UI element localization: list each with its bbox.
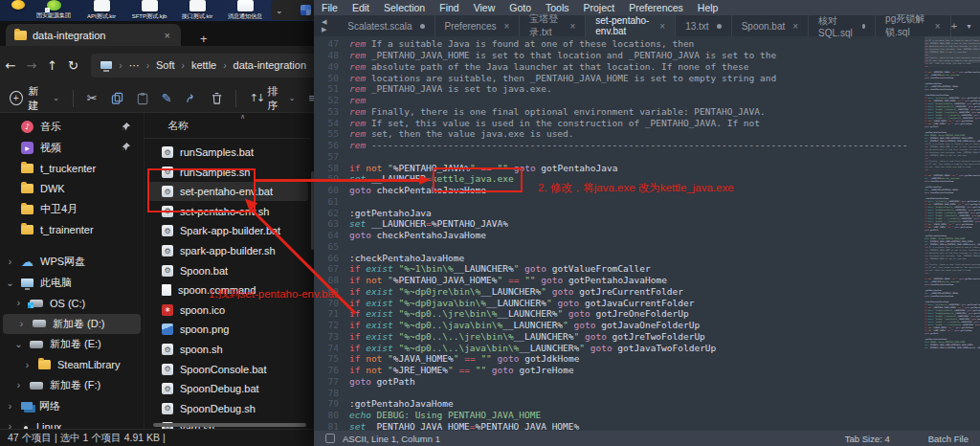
file-row-spoon.sh[interactable]: ⚙spoon.sh bbox=[148, 340, 308, 359]
file-row-spoonconsole.bat[interactable]: ⚙SpoonConsole.bat bbox=[148, 360, 308, 379]
sidebar-item--d-[interactable]: ›新加卷 (D:) bbox=[3, 314, 141, 335]
close-tab-icon[interactable]: × bbox=[503, 21, 509, 32]
menu-find[interactable]: Find bbox=[439, 2, 458, 13]
editor-tab--txt[interactable]: 宝塔登录.txt× bbox=[520, 15, 586, 36]
chevron-right-icon[interactable]: › bbox=[6, 401, 14, 412]
new-item-button[interactable]: + 新建 ⌄ bbox=[10, 84, 59, 113]
file-row-set-pentaho-env.bat[interactable]: ⚙set-pentaho-env.bat bbox=[148, 182, 308, 201]
file-row-spoondebug.sh[interactable]: ⚙SpoonDebug.sh bbox=[148, 399, 308, 418]
delete-button[interactable] bbox=[212, 92, 222, 105]
paste-button[interactable] bbox=[137, 92, 148, 105]
sidebar-item--e-[interactable]: ⌄新加卷 (E:) bbox=[0, 334, 144, 355]
file-row-spark-app-builder.sh[interactable]: ⚙spark-app-builder.sh bbox=[148, 241, 308, 260]
sidebar-item-wps-[interactable]: ›☁WPS网盘 bbox=[0, 252, 144, 273]
refresh-button[interactable]: ↻ bbox=[62, 58, 83, 73]
file-row-spoondebug.bat[interactable]: ⚙SpoonDebug.bat bbox=[148, 379, 308, 398]
chevron-right-icon[interactable]: › bbox=[17, 319, 26, 329]
minimap[interactable]: rem If a suitable Java is found at one o… bbox=[924, 36, 980, 431]
editor-tab-preferences[interactable]: Preferences× bbox=[435, 15, 521, 36]
desktop-icon[interactable]: ↗国安能源集团 bbox=[32, 0, 76, 20]
rename-button[interactable]: ✎ bbox=[162, 91, 172, 105]
code-area[interactable]: 47rem If a suitable Java is found at one… bbox=[314, 36, 924, 431]
system-tray-flyout[interactable]: ⌄ bbox=[271, 0, 316, 20]
sidebar-item--[interactable]: ▶视频 bbox=[0, 138, 144, 159]
breadcrumb-item-kettle[interactable]: kettle bbox=[191, 59, 216, 71]
close-tab-icon[interactable]: × bbox=[569, 21, 575, 32]
up-button[interactable]: ↑ bbox=[42, 58, 63, 73]
editor-tab-set-pentaho-env-bat[interactable]: set-pentaho-env.bat× bbox=[586, 15, 676, 36]
share-button[interactable] bbox=[186, 92, 198, 104]
close-tab-icon[interactable]: × bbox=[935, 21, 941, 32]
desktop-icon[interactable]: 消息通知信息 bbox=[223, 0, 267, 21]
editor-tab-13-txt[interactable]: 13.txt bbox=[676, 15, 731, 36]
new-file-tab-button[interactable]: + bbox=[951, 20, 957, 32]
chevron-right-icon[interactable]: › bbox=[14, 380, 23, 390]
desktop-icon[interactable]: 接口测试.ktr bbox=[175, 0, 219, 21]
syntax-indicator[interactable]: Batch File bbox=[928, 434, 969, 444]
file-row-spark-app-builder.bat[interactable]: ⚙Spark-app-builder.bat bbox=[148, 221, 308, 240]
new-tab-button[interactable]: + bbox=[194, 32, 213, 46]
chevron-right-icon[interactable]: › bbox=[6, 421, 14, 429]
sidebar-item--[interactable]: ⌄此电脑 bbox=[0, 273, 144, 294]
file-row-runsamples.bat[interactable]: ⚙runSamples.bat bbox=[148, 143, 308, 162]
chevron-down-icon[interactable]: ⌄ bbox=[276, 6, 283, 15]
chevron-down-icon[interactable]: ⌄ bbox=[6, 278, 14, 288]
sidebar-item-linux[interactable]: ›Linux bbox=[0, 416, 144, 429]
sidebar-item-os-c-[interactable]: ›OS (C:) bbox=[0, 293, 144, 314]
close-tab-icon[interactable]: × bbox=[792, 21, 798, 32]
close-tab-icon[interactable]: × bbox=[659, 21, 665, 32]
editor-tab-pg-sql[interactable]: pg死锁解锁.sql× bbox=[876, 15, 951, 36]
column-header-name[interactable]: 名称 bbox=[167, 119, 189, 133]
tray-app-icon[interactable] bbox=[301, 5, 311, 15]
desktop-icon[interactable]: SFTP测试.kjb bbox=[127, 0, 171, 21]
file-row-spoon.command[interactable]: spoon.command bbox=[148, 280, 308, 300]
desktop-icon[interactable]: API测试.ktr bbox=[79, 0, 123, 21]
file-row-runsamples.sh[interactable]: ⚙runSamples.sh bbox=[148, 163, 308, 182]
sidebar-item-steamlibrary[interactable]: ›SteamLibrary bbox=[0, 355, 144, 376]
breadcrumb-ellipsis[interactable]: ⋯ bbox=[129, 59, 140, 72]
breadcrumb-item-data-integration[interactable]: data-integration bbox=[234, 59, 306, 71]
back-button[interactable]: ← bbox=[0, 58, 21, 73]
menu-edit[interactable]: Edit bbox=[352, 2, 369, 13]
code-line-text: if exist "%~dp0..\jre\bin\%__LAUNCHER%" … bbox=[349, 308, 689, 319]
menu-project[interactable]: Project bbox=[584, 2, 615, 13]
sidebar-item--4-[interactable]: 中卫4月 bbox=[0, 199, 144, 220]
file-row-spoon.png[interactable]: spoon.png bbox=[148, 320, 308, 339]
close-tab-icon[interactable]: × bbox=[163, 30, 172, 41]
sidebar-item--f-[interactable]: ›新加卷 (F:) bbox=[0, 375, 144, 396]
editor-tab-spoon-bat[interactable]: Spoon.bat× bbox=[732, 15, 809, 36]
file-row-set-pentaho-env.sh[interactable]: ⚙set-pentaho-env.sh bbox=[148, 202, 308, 221]
sidebar-item--[interactable]: ♪音乐 bbox=[0, 117, 144, 138]
menu-preferences[interactable]: Preferences bbox=[629, 2, 683, 13]
editor-tab--sql-sql[interactable]: 核对SQL.sql bbox=[809, 15, 876, 36]
explorer-tab[interactable]: data-integration × bbox=[6, 24, 181, 46]
chevron-down-icon[interactable]: ⌄ bbox=[14, 339, 23, 349]
code-line-text: if exist "%~dp0..\..\java\bin\%__LAUNCHE… bbox=[924, 323, 980, 325]
tab-size-indicator[interactable]: Tab Size: 4 bbox=[845, 434, 890, 444]
file-row-spoon.bat[interactable]: ⚙Spoon.bat bbox=[148, 261, 308, 280]
file-list-hscrollbar[interactable] bbox=[153, 423, 306, 427]
menu-file[interactable]: File bbox=[322, 2, 338, 13]
minimap-viewport[interactable] bbox=[924, 36, 980, 63]
sort-button[interactable]: ↑↓ 排序 ⌄ bbox=[250, 84, 296, 113]
sidebar-item-t_trainenter[interactable]: t_trainenter bbox=[0, 220, 144, 241]
chevron-right-icon[interactable]: › bbox=[14, 298, 23, 308]
sidebar-item-t_truckenter[interactable]: t_truckenter bbox=[0, 158, 144, 179]
sidebar-item-dwk[interactable]: DWK bbox=[0, 179, 144, 200]
cut-button[interactable]: ✂ bbox=[87, 91, 98, 105]
forward-button[interactable]: → bbox=[21, 58, 42, 73]
editor-tab-scalatest-scala[interactable]: Scalatest.scala bbox=[338, 15, 434, 36]
file-row-spoon.ico[interactable]: ∗spoon.ico bbox=[148, 301, 308, 320]
chevron-right-icon[interactable]: › bbox=[6, 256, 14, 267]
tab-scroll-arrows[interactable]: ◀ ▶ bbox=[314, 15, 338, 36]
menu-view[interactable]: View bbox=[474, 2, 496, 13]
breadcrumb[interactable]: › ⋯ ›Soft›kettle›data-integration bbox=[91, 54, 316, 78]
menu-selection[interactable]: Selection bbox=[384, 2, 425, 13]
sidebar-item--[interactable]: ›网络 bbox=[0, 396, 144, 417]
menu-goto[interactable]: Goto bbox=[509, 2, 531, 13]
chevron-right-icon[interactable]: › bbox=[23, 360, 32, 370]
breadcrumb-item-soft[interactable]: Soft bbox=[156, 59, 175, 71]
tab-overflow-icon[interactable]: ▼ bbox=[966, 23, 972, 30]
copy-button[interactable] bbox=[111, 92, 123, 105]
menu-help[interactable]: Help bbox=[698, 2, 719, 13]
